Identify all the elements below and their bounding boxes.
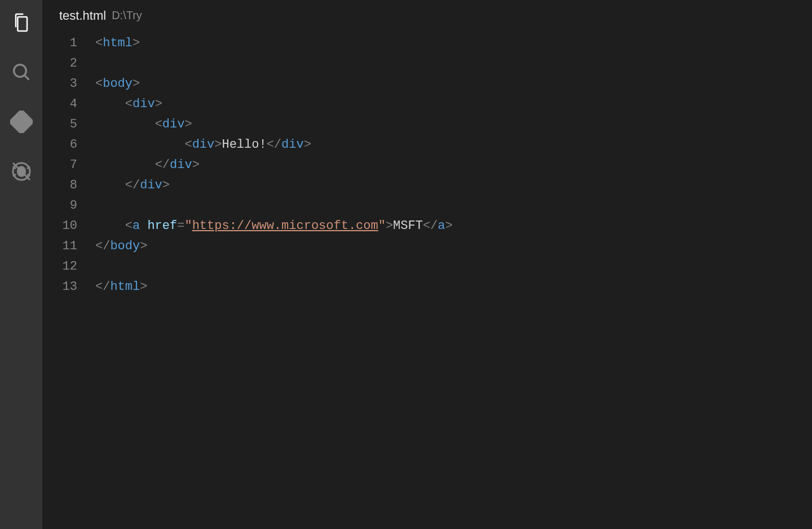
activity-bar bbox=[0, 0, 42, 529]
filename: test.html bbox=[59, 8, 106, 23]
line-number: 10 bbox=[42, 216, 77, 236]
code-editor[interactable]: 12345678910111213 <html><body> <div> <di… bbox=[42, 31, 812, 529]
code-line[interactable]: <a href="https://www.microsoft.com">MSFT… bbox=[95, 216, 812, 236]
line-number: 7 bbox=[42, 155, 77, 175]
line-number: 3 bbox=[42, 74, 77, 94]
svg-rect-2 bbox=[10, 111, 33, 133]
line-number: 11 bbox=[42, 236, 77, 257]
code-line[interactable] bbox=[95, 196, 812, 216]
code-line[interactable]: </html> bbox=[95, 277, 812, 297]
code-line[interactable] bbox=[95, 54, 812, 74]
line-number: 13 bbox=[42, 277, 77, 297]
code-line[interactable]: </div> bbox=[95, 175, 812, 196]
scm-icon[interactable] bbox=[10, 111, 33, 133]
line-number: 6 bbox=[42, 135, 77, 155]
code-content[interactable]: <html><body> <div> <div> <div>Hello!</di… bbox=[95, 33, 812, 529]
code-line[interactable]: <body> bbox=[95, 74, 812, 94]
line-number: 12 bbox=[42, 257, 77, 277]
code-line[interactable]: </div> bbox=[95, 155, 812, 175]
debug-icon[interactable] bbox=[10, 160, 33, 183]
line-number: 5 bbox=[42, 114, 77, 135]
code-line[interactable]: <html> bbox=[95, 33, 812, 54]
line-number: 4 bbox=[42, 94, 77, 114]
code-line[interactable]: <div>Hello!</div> bbox=[95, 135, 812, 155]
file-path: D:\Try bbox=[112, 9, 142, 22]
line-number: 1 bbox=[42, 33, 77, 54]
files-icon[interactable] bbox=[10, 11, 33, 34]
line-number: 8 bbox=[42, 175, 77, 196]
line-numbers: 12345678910111213 bbox=[42, 33, 95, 529]
code-line[interactable]: <div> bbox=[95, 114, 812, 135]
svg-line-1 bbox=[24, 75, 29, 80]
editor: test.html D:\Try 12345678910111213 <html… bbox=[42, 0, 812, 529]
svg-point-0 bbox=[14, 65, 26, 77]
code-line[interactable]: <div> bbox=[95, 94, 812, 114]
line-number: 9 bbox=[42, 196, 77, 216]
open-file-header[interactable]: test.html D:\Try bbox=[42, 0, 812, 31]
code-line[interactable]: </body> bbox=[95, 236, 812, 257]
search-icon[interactable] bbox=[10, 61, 33, 83]
line-number: 2 bbox=[42, 54, 77, 74]
code-line[interactable] bbox=[95, 257, 812, 277]
